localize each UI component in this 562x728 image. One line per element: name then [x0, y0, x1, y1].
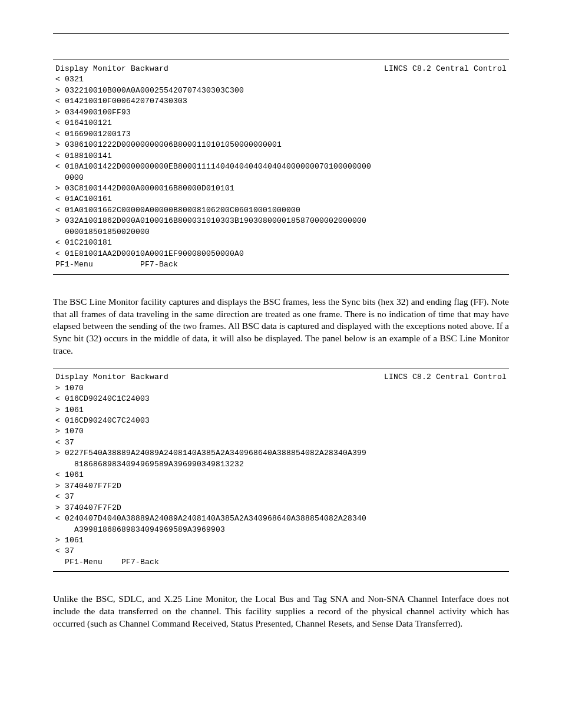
page-content: Display Monitor BackwardLINCS C8.2 Centr… — [0, 0, 562, 728]
monitor-panel-1: Display Monitor BackwardLINCS C8.2 Centr… — [53, 60, 509, 275]
panel-line: 81868689834094969589A396990349813232 — [55, 459, 507, 470]
panel-line: < 0240407D4040A38889A24089A2408140A385A2… — [55, 513, 507, 524]
panel-line: < 37 — [55, 437, 507, 448]
pf-key-row: PF1-Menu PF7-Back — [55, 557, 507, 568]
panel-title-row: Display Monitor BackwardLINCS C8.2 Centr… — [55, 372, 507, 383]
panel-line: > 3740407F7F2D — [55, 503, 507, 513]
pf-key-row: PF1-MenuPF7-Back — [55, 259, 507, 270]
panel-title-right: LINCS C8.2 Central Control — [384, 372, 507, 383]
panel-line: < 1061 — [55, 470, 507, 480]
panel-bottom-rule — [53, 274, 509, 275]
panel-line: < 0188100141 — [55, 151, 507, 162]
panel-line: < 016CD90240C7C24003 — [55, 416, 507, 426]
panel-line: > 0344900100FF93 — [55, 107, 507, 118]
panel-line: > 03861001222D00000000006B80001101010500… — [55, 140, 507, 150]
panel-line: A39981868689834094969589A3969903 — [55, 525, 507, 535]
pf1-label: PF1-Menu — [65, 558, 103, 566]
panel-body: Display Monitor BackwardLINCS C8.2 Centr… — [53, 60, 509, 274]
panel-line: < 018A1001422D0000000000EB80001111404040… — [55, 162, 507, 172]
panel-line: 0000 — [55, 173, 507, 183]
paragraph-channel-description: Unlike the BSC, SDLC, and X.25 Line Moni… — [53, 593, 509, 630]
panel-line: > 3740407F7F2D — [55, 481, 507, 492]
paragraph-bsc-description: The BSC Line Monitor facility captures a… — [53, 296, 509, 358]
panel-line: > 03C81001442D000A0000016B80000D010101 — [55, 183, 507, 194]
panel-line: > 1070 — [55, 383, 507, 394]
panel-line: < 37 — [55, 546, 507, 556]
panel-bottom-rule — [53, 571, 509, 572]
panel-line: > 0227F540A38889A24089A2408140A385A2A340… — [55, 448, 507, 459]
panel-line: > 032A1001862D000A0100016B800031010303B1… — [55, 216, 507, 226]
panel-title-row: Display Monitor BackwardLINCS C8.2 Centr… — [55, 64, 507, 74]
panel-line: 000018501850020000 — [55, 227, 507, 238]
panel-line: > 032210010B000A0A000255420707430303C300 — [55, 85, 507, 96]
panel-line: < 01A01001662C00000A00000B80008106200C06… — [55, 205, 507, 216]
panel-line: < 014210010F0006420707430303 — [55, 96, 507, 107]
panel-line: < 01669001200173 — [55, 129, 507, 140]
panel-line: < 01AC100161 — [55, 194, 507, 205]
panel-line: < 01E81001AA2D00010A0001EF900080050000A0 — [55, 249, 507, 259]
monitor-panel-2: Display Monitor BackwardLINCS C8.2 Centr… — [53, 368, 509, 572]
panel-line: > 1070 — [55, 426, 507, 437]
panel-line: < 016CD90240C1C24003 — [55, 394, 507, 404]
panel-line: < 01C2100181 — [55, 238, 507, 248]
panel-body: Display Monitor BackwardLINCS C8.2 Centr… — [53, 368, 509, 571]
pf1-label: PF1-Menu — [55, 259, 93, 270]
panel-line: > 1061 — [55, 405, 507, 416]
panel-title-left: Display Monitor Backward — [55, 64, 168, 74]
panel-line: < 0321 — [55, 74, 507, 85]
pf7-label: PF7-Back — [121, 558, 159, 566]
panel-title-right: LINCS C8.2 Central Control — [384, 64, 507, 74]
panel-line: > 1061 — [55, 535, 507, 546]
panel-title-left: Display Monitor Backward — [55, 372, 168, 383]
panel-line: < 0164100121 — [55, 118, 507, 129]
pf7-label: PF7-Back — [140, 259, 178, 270]
panel-line: < 37 — [55, 492, 507, 502]
page-header-rule — [53, 33, 509, 34]
